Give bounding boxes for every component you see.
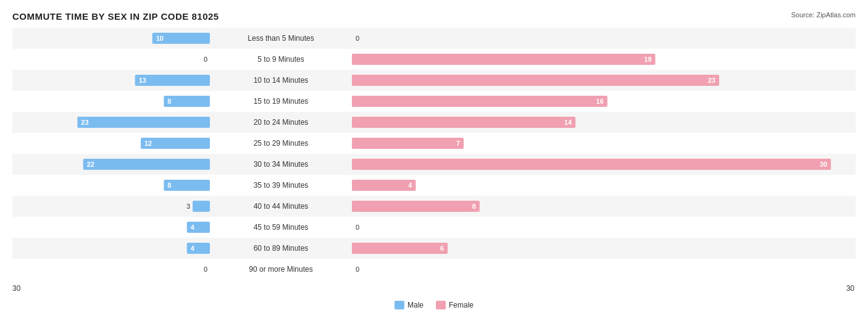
svg-text:23: 23 bbox=[81, 119, 88, 126]
male-label: Male bbox=[407, 301, 424, 309]
svg-text:6: 6 bbox=[440, 245, 444, 252]
svg-text:8: 8 bbox=[472, 203, 476, 210]
svg-text:7: 7 bbox=[456, 140, 460, 147]
svg-text:4: 4 bbox=[191, 224, 195, 231]
legend: Male Female bbox=[12, 301, 856, 309]
svg-text:45 to 59 Minutes: 45 to 59 Minutes bbox=[254, 223, 309, 232]
svg-text:13: 13 bbox=[139, 77, 146, 84]
legend-female: Female bbox=[436, 301, 474, 309]
svg-text:0: 0 bbox=[204, 56, 207, 63]
svg-text:15 to 19 Minutes: 15 to 19 Minutes bbox=[254, 97, 309, 106]
male-swatch bbox=[394, 301, 404, 309]
svg-text:10 to 14 Minutes: 10 to 14 Minutes bbox=[254, 76, 309, 85]
svg-text:16: 16 bbox=[596, 98, 604, 105]
svg-rect-46 bbox=[352, 201, 480, 212]
source-text: Source: ZipAtlas.com bbox=[791, 11, 856, 19]
svg-text:8: 8 bbox=[167, 98, 171, 105]
svg-text:90 or more Minutes: 90 or more Minutes bbox=[249, 265, 312, 274]
svg-rect-13 bbox=[352, 75, 719, 86]
svg-text:8: 8 bbox=[167, 182, 171, 189]
svg-rect-43 bbox=[193, 201, 210, 212]
svg-text:0: 0 bbox=[356, 35, 359, 42]
svg-rect-21 bbox=[77, 117, 210, 128]
svg-rect-0 bbox=[12, 28, 856, 49]
svg-text:40 to 44 Minutes: 40 to 44 Minutes bbox=[254, 202, 309, 211]
svg-text:12: 12 bbox=[144, 140, 152, 147]
svg-rect-40 bbox=[352, 180, 415, 191]
legend-male: Male bbox=[394, 301, 424, 309]
chart-container: COMMUTE TIME BY SEX IN ZIP CODE 81025 So… bbox=[0, 0, 868, 323]
svg-text:3: 3 bbox=[186, 203, 190, 210]
svg-text:23: 23 bbox=[708, 77, 716, 84]
svg-text:0: 0 bbox=[356, 224, 359, 231]
svg-rect-35 bbox=[352, 159, 831, 170]
chart-title: COMMUTE TIME BY SEX IN ZIP CODE 81025 bbox=[12, 11, 856, 22]
svg-text:30: 30 bbox=[12, 284, 21, 293]
svg-text:30: 30 bbox=[846, 284, 855, 293]
svg-text:4: 4 bbox=[191, 245, 195, 252]
svg-rect-29 bbox=[352, 138, 464, 149]
svg-text:5 to 9 Minutes: 5 to 9 Minutes bbox=[257, 55, 304, 64]
female-label: Female bbox=[449, 301, 474, 309]
female-swatch bbox=[436, 301, 446, 309]
svg-text:19: 19 bbox=[644, 56, 651, 63]
svg-text:0: 0 bbox=[204, 266, 207, 273]
svg-text:14: 14 bbox=[564, 119, 572, 126]
bar-chart: 10Less than 5 Minutes005 to 9 Minutes191… bbox=[12, 27, 856, 297]
svg-text:20 to 24 Minutes: 20 to 24 Minutes bbox=[254, 118, 309, 127]
svg-text:Less than 5 Minutes: Less than 5 Minutes bbox=[248, 34, 314, 43]
svg-text:25 to 29 Minutes: 25 to 29 Minutes bbox=[254, 139, 309, 148]
svg-text:22: 22 bbox=[87, 161, 94, 168]
svg-rect-56 bbox=[352, 243, 448, 254]
svg-rect-18 bbox=[352, 96, 607, 107]
svg-text:10: 10 bbox=[156, 35, 164, 42]
svg-text:35 to 39 Minutes: 35 to 39 Minutes bbox=[254, 181, 309, 190]
svg-rect-32 bbox=[83, 159, 210, 170]
svg-text:60 to 89 Minutes: 60 to 89 Minutes bbox=[254, 244, 309, 253]
svg-text:0: 0 bbox=[356, 266, 359, 273]
svg-text:30 to 34 Minutes: 30 to 34 Minutes bbox=[254, 160, 309, 169]
svg-text:4: 4 bbox=[408, 182, 412, 189]
svg-text:30: 30 bbox=[820, 161, 827, 168]
svg-rect-24 bbox=[352, 117, 575, 128]
svg-rect-7 bbox=[352, 54, 655, 65]
